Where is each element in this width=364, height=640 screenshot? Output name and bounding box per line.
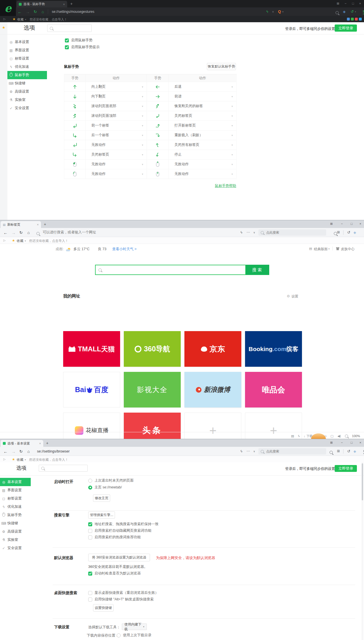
tab-close-icon[interactable]: × — [39, 442, 41, 445]
checkbox-unchecked-icon[interactable] — [88, 535, 92, 539]
new-tab-button[interactable]: + — [70, 1, 73, 6]
sidebar-item-security[interactable]: ✓安全设置 — [0, 544, 31, 552]
scrollbar-track[interactable] — [361, 462, 363, 640]
favorites-caret-icon[interactable]: ▾ — [25, 458, 26, 461]
tmall-tile[interactable]: TMALL天猫 — [63, 331, 120, 367]
checkbox-checked-icon[interactable] — [65, 45, 69, 49]
undo-caret-icon[interactable]: ▾ — [355, 11, 356, 13]
toolbar-search-box[interactable] — [258, 229, 326, 236]
set-default-browser-button[interactable]: 将 360安全浏览器设置为默认浏览器 — [88, 554, 150, 561]
favorites-label[interactable]: 收藏 — [17, 458, 23, 462]
chevron-down-icon[interactable]: ∨ — [253, 231, 255, 234]
reload-icon[interactable]: ↻ — [34, 9, 37, 14]
login-button[interactable]: 立即登录 — [335, 25, 357, 32]
new-tab-button[interactable]: + — [44, 222, 46, 227]
undo-icon[interactable]: ↺ — [351, 9, 354, 14]
toolbar-search-input[interactable] — [266, 231, 321, 235]
set-hotkey-button[interactable]: 设置快捷键 — [93, 604, 114, 612]
undo-icon[interactable]: ↺ — [347, 449, 350, 453]
yingshi-tile[interactable]: 影视大全 — [124, 372, 181, 407]
sidebar-item-boost[interactable]: ϟ优化加速 — [0, 503, 31, 511]
reload-icon[interactable]: ↻ — [19, 449, 23, 454]
zoom-level[interactable]: 100% — [352, 434, 360, 438]
favorites-label[interactable]: 收藏 — [17, 239, 23, 243]
sidebar-item-tabs[interactable]: ◻标签设置 — [7, 54, 47, 63]
startup-option-last-session[interactable]: 上次退出时未关闭的页面 — [88, 478, 134, 483]
restore-default-gestures-button[interactable]: 恢复默认鼠标手势 — [207, 63, 236, 70]
split-screen-icon[interactable]: ⊞ — [330, 441, 333, 445]
more-icon[interactable]: ⋯ — [246, 449, 250, 453]
split-screen-icon[interactable]: ⊞ — [330, 222, 333, 226]
gesture-action-select[interactable]: 滚动到页面底部▾ — [86, 101, 147, 111]
gesture-action-select[interactable]: 向下翻页▾ — [86, 92, 147, 101]
chevron-down-icon[interactable]: ∨ — [272, 10, 274, 13]
url-text[interactable]: se://settings/mousegestures — [52, 10, 94, 14]
gesture-action-select[interactable]: 关闭所有标签页▾ — [169, 140, 237, 150]
favorites-caret-icon[interactable]: ▾ — [25, 240, 26, 242]
close-button[interactable]: × — [359, 222, 361, 225]
accelerator-icon[interactable]: ϟ — [298, 434, 300, 438]
favorites-hint[interactable]: 您还没有收藏，点击导入！ — [29, 458, 68, 462]
close-button[interactable]: × — [359, 2, 361, 5]
checkbox-checked-icon[interactable] — [88, 522, 92, 526]
gesture-action-select[interactable]: 无效动作▾ — [169, 169, 237, 179]
change-homepage-button[interactable]: 修改主页 — [93, 494, 110, 502]
download-last-dir-option[interactable]: 使用上次下载目录 — [117, 633, 151, 638]
gesture-action-select[interactable]: 无效动作▾ — [86, 140, 147, 150]
tab-newtab[interactable]: ▤ 新标签页 × — [1, 221, 41, 228]
gesture-action-select[interactable]: 重新载入（刷新）▾ — [169, 131, 237, 140]
scrollbar-thumb[interactable] — [362, 463, 363, 500]
favorites-hint[interactable]: 您还没有收藏，点击导入！ — [30, 17, 67, 22]
home-icon[interactable]: ⌂ — [42, 9, 44, 14]
extension-icon[interactable] — [359, 18, 362, 21]
layers-icon[interactable]: ◈ — [353, 231, 356, 235]
zoom-search-icon[interactable] — [330, 451, 333, 454]
maximize-button[interactable]: □ — [351, 222, 353, 225]
extension-icon[interactable] — [347, 18, 350, 21]
tab-basic-settings[interactable]: 选项 - 基本设置 × — [1, 440, 43, 447]
booking-tile[interactable]: Booking.com 缤客 — [245, 331, 302, 367]
forward-icon[interactable]: → — [26, 9, 30, 14]
volume-icon[interactable]: ◀) — [338, 434, 341, 438]
home-icon[interactable]: ⌂ — [27, 449, 30, 454]
favorites-star-icon[interactable]: ★ — [12, 239, 15, 242]
desktop-check-1[interactable]: 显示桌面快捷搜索（重启浏览器后生效） — [88, 590, 159, 595]
sidebar-item-advanced[interactable]: ⚙高级设置 — [0, 527, 31, 536]
settings-search-box[interactable] — [47, 25, 92, 32]
search-engine-caret-icon[interactable]: ▾ — [282, 11, 283, 13]
sidebar-expand-icon[interactable]: ▷ — [3, 458, 6, 461]
sidebar-item-lab[interactable]: ⚗实验室 — [7, 96, 47, 104]
zoom-icon[interactable] — [345, 435, 348, 438]
minimize-button[interactable]: − — [341, 441, 343, 444]
radio-on-icon[interactable] — [88, 486, 92, 490]
toggle-enable-gestures[interactable]: 启用鼠标手势 — [65, 38, 92, 43]
vip-tile[interactable]: 唯品会 — [245, 372, 302, 407]
lightning-icon[interactable]: ϟ — [240, 231, 242, 235]
lightning-icon[interactable]: ϟ — [240, 449, 242, 453]
startup-option-homepage[interactable]: 主页 se://newtab/ — [88, 485, 122, 490]
extension-icon[interactable] — [351, 18, 354, 21]
sidebar-item-advanced[interactable]: ⚙高级设置 — [7, 87, 47, 96]
toolbar-search-input[interactable] — [266, 449, 321, 453]
gesture-action-select[interactable]: 无效动作▾ — [169, 160, 237, 169]
extension-icons[interactable] — [347, 18, 362, 21]
gesture-action-select[interactable]: 关闭标签页▾ — [86, 150, 147, 160]
sidebar-expand-icon[interactable]: ▷ — [3, 239, 6, 242]
url-text[interactable]: se://settings/browser — [37, 449, 70, 453]
checkbox-unchecked-icon[interactable] — [88, 598, 92, 602]
minimize-button[interactable]: − — [345, 2, 346, 5]
page-star-icon[interactable]: ★ — [2, 25, 5, 30]
sidebar-item-gesture[interactable]: 鼠标手势 — [0, 511, 31, 519]
favorites-label[interactable]: 收藏 — [17, 17, 24, 22]
desktop-check-2[interactable]: 启用快捷键 "Alt+T" 触发桌面快捷搜索 — [88, 597, 154, 602]
gesture-action-select[interactable]: 关闭标签页▾ — [169, 111, 237, 121]
apps-icon[interactable]: ⊞ — [337, 230, 340, 234]
apps-grid-icon[interactable]: ▤ — [291, 434, 294, 438]
lightning-icon[interactable]: ϟ — [266, 10, 268, 14]
back-icon[interactable]: ← — [3, 230, 8, 235]
add-tile[interactable]: + — [184, 413, 241, 439]
back-icon[interactable]: ← — [18, 9, 22, 14]
favorites-star-icon[interactable]: ★ — [12, 457, 15, 461]
gesture-action-select[interactable]: 停止▾ — [169, 150, 237, 160]
menu-icon[interactable] — [363, 11, 364, 14]
